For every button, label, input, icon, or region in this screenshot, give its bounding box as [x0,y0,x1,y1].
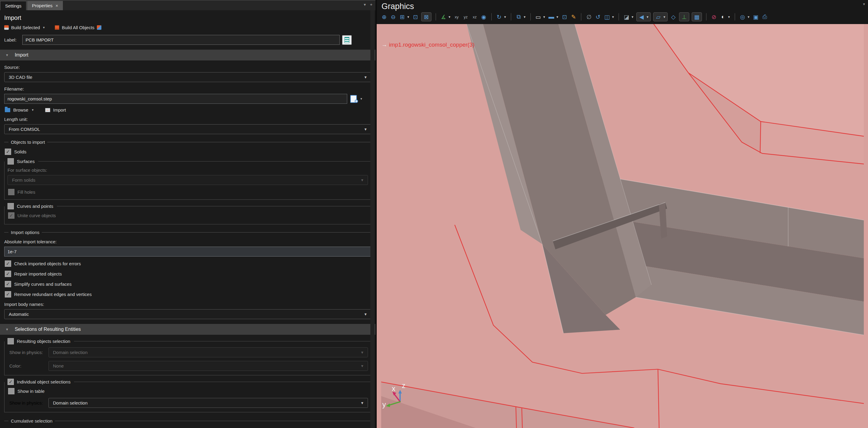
print-button[interactable]: ⎙ [761,13,769,21]
zoom-extents-icon: ⊡ [411,13,420,21]
clip-plane-button[interactable]: ◪▼ [622,13,634,21]
view-yz-plane-button[interactable]: yz [462,13,470,21]
chevron-down-icon[interactable]: ▾ [361,97,362,101]
perspective-camera-icon: ◉ [480,13,488,21]
chevron-down-icon: ▼ [364,75,367,79]
section-selections[interactable]: ▼ Selections of Resulting Entities [0,324,375,335]
import-check-checkbox[interactable]: ✓ [5,271,11,277]
tab-properties-label: Properties [32,3,52,8]
scene-light-button[interactable]: ◀▼ [636,12,651,21]
scene-layers-icon: ⧉ [515,13,523,21]
color-palette-icon: ◐ [719,13,727,21]
source-dropdown[interactable]: 3D CAD file ▼ [4,72,371,82]
zoom-box-button[interactable]: ⊞▼ [398,13,410,21]
browse-button[interactable]: Browse [13,107,28,112]
import-check-checkbox[interactable]: ✓ [5,281,11,287]
chevron-down-icon[interactable]: ▾ [863,2,865,6]
deselect-brush-button[interactable]: ✎ [569,13,577,21]
build-selected-caret-icon[interactable]: ▾ [43,26,45,30]
chevron-down-icon[interactable]: ▼ [543,15,546,19]
build-all-button[interactable]: Build All Objects [62,25,94,30]
import-check-checkbox[interactable]: ✓ [5,291,11,297]
source-caption: Source: [4,65,371,70]
perspective-camera-button[interactable]: ◉ [480,13,488,21]
import-check-checkbox[interactable]: ✓ [5,260,11,267]
show-in-physics-row: Show in physics: Domain selection ▼ [9,348,368,357]
wireframe-rendering-icon: ◇ [670,13,677,21]
label-input[interactable] [22,35,340,45]
show-in-table-checkbox[interactable]: ✓ [8,388,14,394]
tab-properties[interactable]: Properties × [27,1,63,10]
browse-caret-icon[interactable]: ▾ [32,108,34,112]
zoom-extents-button[interactable]: ⊡ [411,13,420,21]
wireframe-rendering-button[interactable]: ◇ [670,13,677,21]
clear-colors-button[interactable]: ⊘ [710,13,718,21]
chevron-down-icon[interactable]: ▼ [646,15,649,19]
section-selections-label: Selections of Resulting Entities [15,327,81,332]
chevron-down-icon[interactable]: ▼ [448,15,451,19]
view-xz-plane-button[interactable]: xz [471,13,479,21]
section-import[interactable]: ▼ Import [0,50,375,61]
show-grid-button[interactable]: ▦ [692,12,702,21]
color-palette-button[interactable]: ◐▼ [719,13,731,21]
chevron-down-icon[interactable]: ▼ [504,15,507,19]
individual-object-selections-checkbox[interactable]: ✓ [7,379,14,385]
build-selected-button[interactable]: Build Selected [11,25,40,30]
import-body-names-dropdown[interactable]: Automatic ▼ [4,309,371,319]
screenshot-button[interactable]: ▣ [752,13,760,21]
box-select-button[interactable]: ⊡ [560,13,568,21]
settings-scrollbar[interactable] [370,10,375,428]
go-to-default-view-button[interactable]: ∡▼ [440,13,452,21]
show-in-physics-dropdown-2[interactable]: Domain selection ▼ [49,398,368,408]
chevron-down-icon[interactable]: ▼ [727,15,731,19]
tolerance-field[interactable]: 1e-7 [4,246,371,257]
curves-and-points-checkbox[interactable]: ✓ [7,203,14,209]
reset-hiding-button[interactable]: ↺ [594,13,602,21]
zoom-in-button[interactable]: ⊕ [380,13,388,21]
select-domains-button[interactable]: ▬▼ [548,13,560,21]
filename-field[interactable]: rogowski_comsol.step [4,94,347,104]
rename-list-icon[interactable] [342,35,352,45]
individual-object-selections-group: ✓ Individual object selections ✓ Show in… [4,382,371,413]
file-location-icon[interactable] [350,95,357,103]
color-row: Color: None ▼ [9,361,368,371]
chevron-down-icon[interactable]: ▼ [663,15,666,19]
build-preceding-icon[interactable] [97,25,101,30]
transparency-button[interactable]: ▱▼ [653,12,668,21]
chevron-down-icon: ▼ [361,178,364,182]
zoom-out-button[interactable]: ⊖ [389,13,397,21]
zoom-to-selection-button[interactable]: ⊠ [421,12,431,21]
tolerance-value: 1e-7 [7,249,17,254]
tab-settings[interactable]: Settings [0,1,27,10]
select-objects-button[interactable]: ▭▼ [534,13,546,21]
solids-checkbox[interactable]: ✓ [5,149,11,155]
chevron-down-icon[interactable]: ▾ [364,2,366,7]
surfaces-checkbox[interactable]: ✓ [7,158,14,165]
form-solids-value: Form solids [12,177,361,183]
chevron-down-icon[interactable]: ▼ [556,15,559,19]
color-dropdown: None ▼ [49,361,368,371]
collapse-triangle-icon[interactable]: ▼ [5,328,9,331]
chevron-down-icon[interactable]: ▼ [631,15,634,19]
rotate-button[interactable]: ↻▼ [495,13,507,21]
pin-icon[interactable]: ⌖ [370,2,372,7]
import-check-row: ✓Remove redundant edges and vertices [5,291,375,297]
chevron-down-icon[interactable]: ▼ [747,15,750,19]
length-unit-dropdown[interactable]: From COMSOL ▼ [4,124,371,134]
chevron-down-icon[interactable]: ▼ [523,15,526,19]
scene-layers-button[interactable]: ⧉▼ [515,13,527,21]
collapse-triangle-icon[interactable]: ▼ [5,53,9,57]
image-snapshot-button[interactable]: ◎▼ [739,13,751,21]
view-xy-plane-button[interactable]: xy [453,13,461,21]
select-objects-icon: ▭ [534,13,542,21]
show-axes-button[interactable]: ⊥ [679,12,689,21]
resulting-objects-selection-checkbox[interactable]: ✓ [7,338,14,344]
close-icon[interactable]: × [56,3,58,8]
chevron-down-icon[interactable]: ▼ [611,15,614,19]
chevron-down-icon[interactable]: ▼ [407,15,410,19]
scene-canvas[interactable]: x z y → imp1.rogowski_comsol_copper(3) [377,24,868,428]
clear-colors-icon: ⊘ [710,13,718,21]
import-button[interactable]: Import [53,107,66,112]
view-unhidden-button[interactable]: ◫▼ [603,13,615,21]
hide-objects-button[interactable]: ∅ [585,13,593,21]
